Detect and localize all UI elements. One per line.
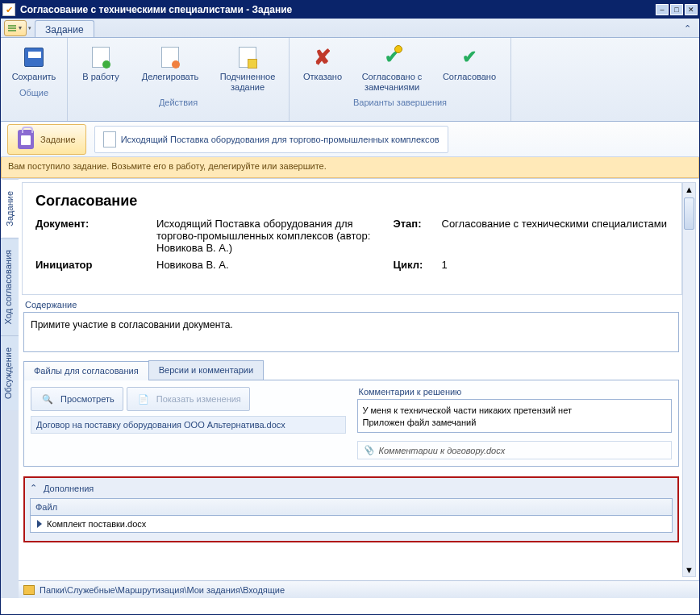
- comment-attachment[interactable]: 📎 Комментарии к договору.docx: [357, 441, 673, 459]
- content-label: Содержание: [25, 300, 679, 310]
- refused-button[interactable]: ✘ Отказано: [294, 41, 351, 95]
- info-heading: Согласование: [35, 193, 669, 210]
- additions-file: Комплект поставки.docx: [47, 519, 146, 529]
- qat-dropdown-icon[interactable]: ▾: [28, 25, 31, 31]
- value-stage: Согласование с техническими специалистам…: [442, 218, 669, 254]
- breadcrumb[interactable]: Папки\Служебные\Маршрутизация\Мои задани…: [40, 585, 285, 595]
- changes-icon: 📄: [135, 391, 152, 407]
- side-tab-task[interactable]: Задание: [1, 179, 19, 238]
- context-row: Задание Исходящий Поставка оборудования …: [1, 122, 699, 157]
- content-scrollbar[interactable]: ▲ ▼: [682, 182, 696, 577]
- scroll-down-icon[interactable]: ▼: [685, 565, 694, 575]
- folder-icon: [23, 585, 35, 595]
- context-document-link[interactable]: Исходящий Поставка оборудования для торг…: [94, 126, 448, 153]
- show-changes-button[interactable]: 📄 Показать изменения: [127, 387, 250, 411]
- ribbon-tab-task[interactable]: Задание: [35, 20, 94, 37]
- delegate-icon: [161, 47, 179, 68]
- label-initiator: Инициатор: [35, 259, 156, 271]
- additions-table: Файл Комплект поставки.docx: [30, 498, 673, 533]
- agreed-remarks-button[interactable]: ✔ Согласовано с замечаниями: [356, 41, 428, 95]
- to-work-button[interactable]: В работу: [73, 41, 129, 95]
- tab-body-files: 🔍 Просмотреть 📄 Показать изменения Догов…: [23, 380, 679, 467]
- collapse-ribbon-icon[interactable]: ⌃: [676, 19, 699, 37]
- side-tab-discussion[interactable]: Обсуждение: [1, 335, 19, 410]
- context-tab-task[interactable]: Задание: [7, 124, 86, 155]
- subtask-icon: [239, 47, 256, 68]
- label-stage: Этап:: [394, 218, 442, 254]
- agreed-button[interactable]: ✔ Согласовано: [433, 41, 506, 95]
- play-icon: [92, 47, 110, 68]
- window-title: Согласование с техническими специалистам…: [20, 4, 656, 15]
- tab-versions[interactable]: Версии и комментарии: [148, 360, 264, 380]
- x-icon: ✘: [314, 45, 331, 70]
- minimize-button[interactable]: –: [656, 4, 669, 15]
- quick-access-row: ▼ ▾ Задание ⌃: [1, 19, 699, 38]
- scroll-up-icon[interactable]: ▲: [685, 185, 694, 194]
- delegate-button[interactable]: Делегировать: [134, 41, 206, 95]
- ribbon-group-variants: Варианты завершения: [294, 97, 506, 108]
- row-indicator-icon: [37, 520, 42, 528]
- statusbar: Папки\Служебные\Маршрутизация\Мои задани…: [19, 580, 699, 598]
- tab-strip: Файлы для согласования Версии и коммента…: [23, 360, 679, 380]
- info-panel: Согласование Документ: Исходящий Поставк…: [22, 182, 696, 295]
- approval-file[interactable]: Договор на поставку оборудования ООО Аль…: [31, 416, 346, 434]
- content-area: Согласование Документ: Исходящий Поставк…: [19, 179, 699, 598]
- check-warn-icon: ✔: [385, 47, 399, 68]
- ribbon: Сохранить Общие В работу Делегировать По…: [1, 38, 699, 122]
- close-button[interactable]: ✕: [685, 4, 698, 15]
- clipboard-icon: [18, 130, 34, 149]
- tab-files[interactable]: Файлы для согласования: [23, 361, 149, 380]
- value-initiator: Новикова В. А.: [156, 259, 394, 271]
- magnifier-icon: 🔍: [40, 391, 56, 407]
- additions-title: Дополнения: [44, 484, 94, 493]
- ribbon-group-actions: Действия: [73, 97, 284, 108]
- additions-row[interactable]: Комплект поставки.docx: [31, 516, 672, 532]
- qat-menu-button[interactable]: ▼: [4, 20, 27, 36]
- collapse-icon[interactable]: ⌃: [30, 483, 37, 493]
- save-button[interactable]: Сохранить: [6, 41, 62, 85]
- side-tabs: Задание Ход согласования Обсуждение: [1, 179, 19, 598]
- additions-column-header[interactable]: Файл: [31, 499, 672, 516]
- attachment-icon: 📎: [363, 445, 374, 455]
- side-tab-approval[interactable]: Ход согласования: [1, 238, 19, 335]
- comments-textarea[interactable]: У меня к технической части никаких прете…: [357, 399, 673, 433]
- check-icon: ✔: [462, 47, 477, 68]
- subtask-button[interactable]: Подчиненное задание: [211, 41, 284, 95]
- additions-panel: ⌃ Дополнения Файл Комплект поставки.docx: [23, 476, 679, 542]
- value-cycle: 1: [442, 259, 669, 271]
- hint-bar: Вам поступило задание. Возьмите его в ра…: [1, 157, 699, 178]
- ribbon-group-common: Общие: [6, 87, 62, 98]
- app-icon: ✔: [2, 3, 15, 16]
- label-document: Документ:: [35, 218, 156, 254]
- preview-button[interactable]: 🔍 Просмотреть: [31, 387, 123, 411]
- maximize-button[interactable]: □: [670, 4, 683, 15]
- document-icon: [103, 131, 116, 148]
- scroll-thumb[interactable]: [684, 197, 694, 230]
- content-textbox[interactable]: Примите участие в согласовании документа…: [23, 312, 679, 352]
- titlebar: ✔ Согласование с техническими специалист…: [1, 1, 699, 19]
- label-cycle: Цикл:: [394, 259, 442, 271]
- comments-label: Комментарии к решению: [359, 387, 673, 397]
- save-icon: [24, 48, 44, 67]
- value-document: Исходящий Поставка оборудования для торг…: [156, 218, 394, 254]
